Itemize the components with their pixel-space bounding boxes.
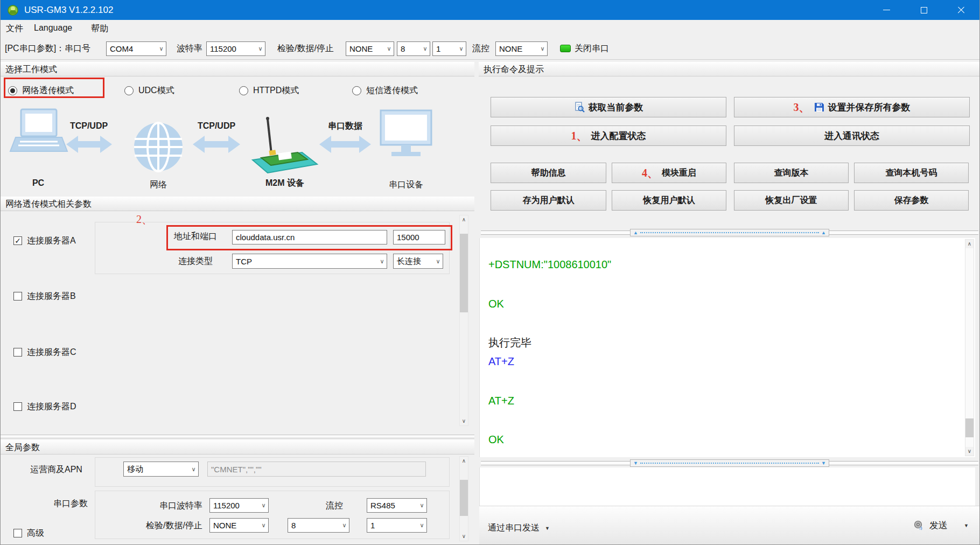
help-info-button[interactable]: 帮助信息 xyxy=(491,163,606,183)
query-version-button[interactable]: 查询版本 xyxy=(734,163,849,183)
log-splitter-bottom[interactable]: ▼ ▼ xyxy=(481,459,978,467)
stopbits-select[interactable]: 1∨ xyxy=(432,41,466,56)
app-window: USR-GM3 V1.2.2.102 文件 Language 帮助 [PC串口参… xyxy=(0,0,980,545)
scroll-down-icon[interactable]: ∨ xyxy=(460,532,468,541)
conn-type-select[interactable]: TCP∨ xyxy=(232,254,387,269)
arrow-icon xyxy=(66,136,112,153)
flow-select[interactable]: NONE∨ xyxy=(495,41,548,56)
chevron-down-icon: ∨ xyxy=(377,258,387,265)
enter-config-state-button[interactable]: 1、 进入配置状态 xyxy=(491,125,726,146)
checkbox-server-c[interactable]: 连接服务器C xyxy=(13,346,76,358)
global-scrollbar[interactable]: ∧ ∨ xyxy=(459,456,468,541)
radio-sms-passthrough-mode[interactable]: 短信透传模式 xyxy=(352,83,418,97)
serial-stopbits-select[interactable]: 1∨ xyxy=(367,518,427,533)
log-line: +DSTNUM:"1008610010" xyxy=(488,258,611,271)
radio-net-passthrough-mode[interactable]: 网络透传模式 xyxy=(8,83,74,97)
restore-user-default-button[interactable]: 恢复用户默认 xyxy=(612,190,726,211)
parity-select[interactable]: NONE∨ xyxy=(346,41,394,56)
checkbox-advanced[interactable]: 高级 xyxy=(13,527,44,539)
checkbox-label: 高级 xyxy=(27,528,44,539)
triangle-up-icon: ▲ xyxy=(633,230,638,235)
factory-reset-button[interactable]: 恢复出厂设置 xyxy=(734,190,849,211)
checkbox-server-a[interactable]: ✓ 连接服务器A xyxy=(13,235,76,247)
triangle-down-icon: ▼ xyxy=(633,461,638,466)
save-all-params-button[interactable]: 3、 设置并保存所有参数 xyxy=(734,97,970,117)
button-label: 保存参数 xyxy=(894,195,929,206)
serial-parity-select[interactable]: NONE∨ xyxy=(209,518,269,533)
server-port-input[interactable] xyxy=(393,230,445,244)
apn-value-field xyxy=(207,462,426,477)
radio-label: UDC模式 xyxy=(138,85,174,96)
menu-language[interactable]: Language xyxy=(34,23,72,33)
button-label: 模块重启 xyxy=(662,167,696,179)
serial-databits-select[interactable]: 8∨ xyxy=(288,518,349,533)
link1-label: TCP/UDP xyxy=(70,121,108,130)
send-dropdown-arrow-icon[interactable]: ▼ xyxy=(964,523,969,528)
send-button[interactable]: 发送 xyxy=(929,519,948,532)
log-line: OK xyxy=(488,298,504,310)
annotation-number-4: 4、 xyxy=(642,166,658,180)
scroll-up-icon[interactable]: ∧ xyxy=(965,240,974,248)
menu-file[interactable]: 文件 xyxy=(6,23,23,34)
chevron-down-icon: ∨ xyxy=(417,522,426,529)
splitter-handle[interactable]: ▼ ▼ xyxy=(630,459,829,467)
parity-label: 检验/数据/停止 xyxy=(277,43,334,54)
send-bottom-bar: 通过串口发送 ▼ 发送 ▼ xyxy=(479,506,980,545)
scrollbar-thumb[interactable] xyxy=(460,234,468,312)
checkbox-label: 连接服务器B xyxy=(27,291,76,302)
splitter-handle[interactable]: ▲ ▲ xyxy=(630,229,829,236)
chevron-down-icon: ∨ xyxy=(421,45,430,52)
baud-select[interactable]: 115200∨ xyxy=(206,41,265,56)
databits-select[interactable]: 8∨ xyxy=(397,41,430,56)
scrollbar-thumb[interactable] xyxy=(965,418,974,437)
maximize-button[interactable] xyxy=(905,0,942,20)
log-scrollbar[interactable]: ∧ ∨ xyxy=(965,239,974,456)
scroll-up-icon[interactable]: ∧ xyxy=(460,457,468,465)
checkbox-icon xyxy=(13,402,22,411)
command-header: 执行命令及提示 xyxy=(479,62,980,76)
get-current-params-button[interactable]: 获取当前参数 xyxy=(491,97,726,117)
scroll-down-icon[interactable]: ∨ xyxy=(460,417,468,425)
menu-bar: 文件 Language 帮助 xyxy=(1,20,979,37)
com-port-select[interactable]: COM4∨ xyxy=(106,41,166,56)
menu-help[interactable]: 帮助 xyxy=(91,23,108,34)
carrier-select[interactable]: 移动∨ xyxy=(123,462,199,477)
scrollbar-thumb[interactable] xyxy=(460,480,468,516)
save-params-button[interactable]: 保存参数 xyxy=(854,190,969,211)
chevron-down-icon: ∨ xyxy=(259,502,268,509)
minimize-button[interactable] xyxy=(868,0,905,20)
scroll-down-icon[interactable]: ∨ xyxy=(965,447,974,456)
serial-baud-select[interactable]: 115200∨ xyxy=(209,498,269,513)
enter-comm-state-button[interactable]: 进入通讯状态 xyxy=(734,125,970,146)
module-reboot-button[interactable]: 4、 模块重启 xyxy=(612,163,726,183)
conn-type-label: 连接类型 xyxy=(178,256,213,267)
server-address-input[interactable] xyxy=(232,230,387,244)
triangle-up-icon: ▲ xyxy=(821,230,826,235)
chevron-down-icon: ∨ xyxy=(384,45,394,52)
radio-httpd-mode[interactable]: HTTPD模式 xyxy=(239,83,299,97)
global-params-header: 全局参数 xyxy=(1,440,474,455)
checkbox-icon xyxy=(13,529,22,537)
radio-udc-mode[interactable]: UDC模式 xyxy=(124,83,174,97)
right-panel: 执行命令及提示 获取当前参数 3、 设置并保存所有参数 xyxy=(479,60,980,545)
close-serial-button[interactable]: 关闭串口 xyxy=(575,43,609,54)
checkbox-label: 连接服务器A xyxy=(27,235,76,247)
chevron-down-icon: ∨ xyxy=(433,258,443,265)
log-splitter-top[interactable]: ▲ ▲ xyxy=(481,228,978,237)
query-number-button[interactable]: 查询本机号码 xyxy=(854,163,969,183)
checkbox-server-b[interactable]: 连接服务器B xyxy=(13,290,76,302)
save-user-default-button[interactable]: 存为用户默认 xyxy=(491,190,606,211)
params-scrollbar[interactable]: ∧ ∨ xyxy=(459,215,468,426)
serial-flow-select[interactable]: RS485∨ xyxy=(367,498,427,513)
send-input-area[interactable] xyxy=(479,467,975,506)
checkbox-server-d[interactable]: 连接服务器D xyxy=(13,401,76,413)
baud-label: 波特率 xyxy=(177,43,202,54)
send-via-serial-dropdown[interactable]: 通过串口发送 ▼ xyxy=(488,522,550,534)
close-button[interactable] xyxy=(942,0,979,20)
scroll-up-icon[interactable]: ∧ xyxy=(460,215,468,224)
node-m2m-label: M2M 设备 xyxy=(265,178,304,187)
chevron-down-icon: ∨ xyxy=(340,522,349,529)
floppy-save-icon xyxy=(814,102,824,113)
conn-mode-select[interactable]: 长连接∨ xyxy=(393,254,443,269)
command-log-area[interactable]: +DSTNUM:"1008610010" OK 执行完毕 AT+Z AT+Z O… xyxy=(479,238,975,457)
